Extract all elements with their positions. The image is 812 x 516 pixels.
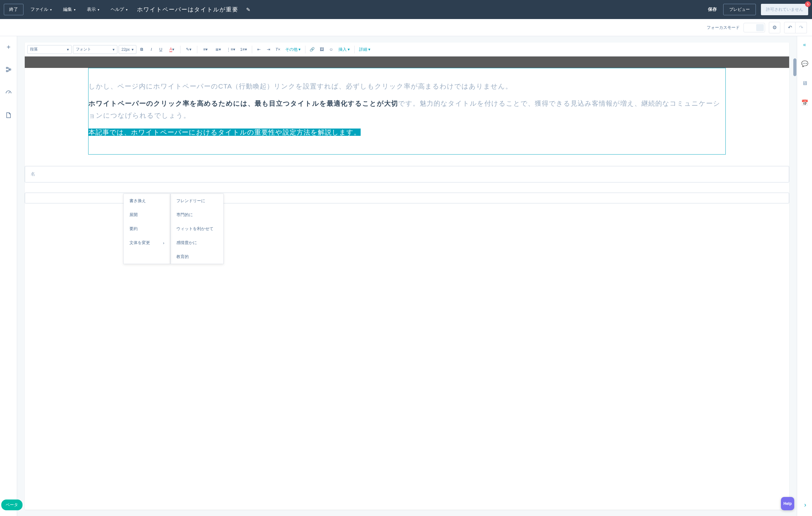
number-list-button[interactable]: 1≡▾ <box>238 45 249 54</box>
insert-button[interactable]: 挿入▾ <box>337 45 352 54</box>
top-bar: 終了 ファイル▾ 編集▾ 表示▾ ヘルプ▾ ホワイトペーパーはタイトルが重要 ✎… <box>0 0 812 19</box>
indent-button[interactable]: ⇥ <box>264 45 272 54</box>
paragraph-1[interactable]: しかし、ページ内にホワイトペーパーのCTA（行動喚起）リンクを設置すれば、必ずし… <box>88 80 725 92</box>
beta-badge[interactable]: ベータ <box>1 499 23 510</box>
expand-chevron[interactable]: › <box>804 501 806 508</box>
file-icon[interactable] <box>4 110 13 120</box>
image-button[interactable]: 🖼 <box>318 45 326 54</box>
gauge-icon[interactable] <box>4 88 13 97</box>
tree-icon[interactable] <box>4 65 13 74</box>
other-button[interactable]: その他▾ <box>283 45 302 54</box>
vertical-scrollbar[interactable] <box>793 36 797 516</box>
settings-button[interactable]: ⚙ <box>769 22 780 33</box>
ctx-summarize[interactable]: 要約 <box>124 222 170 236</box>
content-area[interactable]: しかし、ページ内にホワイトペーパーのCTA（行動喚起）リンクを設置すれば、必ずし… <box>25 68 789 155</box>
outdent-button[interactable]: ⇤ <box>255 45 263 54</box>
gear-icon: ⚙ <box>772 24 777 30</box>
undo-icon: ↶ <box>788 24 792 30</box>
highlight-button[interactable]: ✎▾ <box>183 45 195 54</box>
font-select[interactable]: フォント▾ <box>73 45 117 54</box>
clear-format-button[interactable]: T× <box>274 45 282 54</box>
ctx-change-style[interactable]: 文体を変更› <box>124 236 170 250</box>
text-color-button[interactable]: A ▾ <box>166 45 178 54</box>
pencil-icon[interactable]: ✎ <box>246 7 250 13</box>
focus-mode-label: フォーカスモード <box>707 25 740 30</box>
editor-toolbar: 段落▾ フォント▾ 22px▾ B I U A ▾ ✎▾ ≡▾ ≣▾ ⋮≡▾ 1… <box>25 43 789 56</box>
canvas-area: 段落▾ フォント▾ 22px▾ B I U A ▾ ✎▾ ≡▾ ≣▾ ⋮≡▾ 1… <box>17 36 797 516</box>
underline-button[interactable]: U <box>157 45 165 54</box>
size-select[interactable]: 22px▾ <box>119 45 136 54</box>
chevron-down-icon: ▾ <box>67 47 69 52</box>
ctx-rewrite[interactable]: 書き換え <box>124 194 170 208</box>
sub-bar: フォーカスモード ⚙ ↶ ↷ <box>0 19 812 36</box>
ctx-friendly[interactable]: フレンドリーに <box>171 194 223 208</box>
link-button[interactable]: 🔗 <box>308 45 316 54</box>
add-icon[interactable]: ＋ <box>4 42 13 51</box>
chevron-down-icon: ▾ <box>132 47 134 52</box>
name-input[interactable]: 名 <box>25 166 789 183</box>
ai-context-menu: 書き換え 展開 要約 文体を変更› フレンドリーに 専門的に ウィットを利かせて… <box>123 194 224 264</box>
comment-icon[interactable]: 💬 <box>801 60 808 67</box>
help-button[interactable]: Help <box>781 497 794 510</box>
exit-button[interactable]: 終了 <box>4 4 24 15</box>
details-button[interactable]: 詳細▾ <box>357 45 372 54</box>
undo-button[interactable]: ↶ <box>784 22 795 33</box>
paragraph-3-selected[interactable]: 本記事では、ホワイトペーパーにおけるタイトルの重要性や設定方法を解説します。 <box>88 126 725 138</box>
align-button[interactable]: ≡▾ <box>200 45 211 54</box>
notification-badge: 5 <box>805 1 811 7</box>
chevron-down-icon: ▾ <box>74 8 76 11</box>
italic-button[interactable]: I <box>147 45 155 54</box>
context-menu-col2: フレンドリーに 専門的に ウィットを利かせて 感情豊かに 教育的 <box>170 194 224 264</box>
paragraph-2[interactable]: ホワイトペーパーのクリック率を高めるためには、最も目立つタイトルを最適化すること… <box>88 98 725 121</box>
chevron-down-icon: ▾ <box>113 47 115 52</box>
ctx-emotional[interactable]: 感情豊かに <box>171 236 223 250</box>
focus-mode-toggle[interactable] <box>744 23 765 32</box>
emoji-button[interactable]: ☺ <box>327 45 335 54</box>
save-button[interactable]: 保存 <box>708 7 717 12</box>
chevron-right-icon: › <box>163 241 164 245</box>
header-band <box>25 56 789 68</box>
collapse-icon[interactable]: « <box>803 42 806 48</box>
monitor-icon[interactable]: 🖥 <box>802 80 808 87</box>
redo-button[interactable]: ↷ <box>795 22 807 33</box>
redo-icon: ↷ <box>799 24 803 30</box>
bold-button[interactable]: B <box>138 45 146 54</box>
line-height-button[interactable]: ≣▾ <box>212 45 224 54</box>
paragraph-select[interactable]: 段落▾ <box>27 45 72 54</box>
editor-panel: 段落▾ フォント▾ 22px▾ B I U A ▾ ✎▾ ≡▾ ≣▾ ⋮≡▾ 1… <box>25 43 789 510</box>
ctx-professional[interactable]: 専門的に <box>171 208 223 222</box>
main-layout: ＋ 段落▾ フォント▾ 22px▾ B I U A ▾ ✎▾ ≡▾ <box>0 36 812 516</box>
right-sidebar: « 💬 🖥 📅 <box>797 36 812 516</box>
left-sidebar: ＋ <box>0 36 17 516</box>
content-editable-region[interactable]: しかし、ページ内にホワイトペーパーのCTA（行動喚起）リンクを設置すれば、必ずし… <box>88 68 726 155</box>
preview-button[interactable]: プレビュー <box>723 4 756 15</box>
disabled-button: 許可されていません 5 <box>761 4 808 15</box>
chevron-down-icon: ▾ <box>50 8 52 11</box>
view-menu[interactable]: 表示▾ <box>83 4 104 15</box>
chevron-down-icon: ▾ <box>98 8 99 11</box>
chevron-down-icon: ▾ <box>126 8 127 11</box>
scroll-thumb[interactable] <box>793 58 796 76</box>
bullet-list-button[interactable]: ⋮≡▾ <box>225 45 237 54</box>
ctx-educational[interactable]: 教育的 <box>171 250 223 264</box>
edit-menu[interactable]: 編集▾ <box>59 4 80 15</box>
help-menu[interactable]: ヘルプ▾ <box>106 4 132 15</box>
file-menu[interactable]: ファイル▾ <box>26 4 56 15</box>
calendar-icon[interactable]: 📅 <box>801 99 808 106</box>
ctx-witty[interactable]: ウィットを利かせて <box>171 222 223 236</box>
context-menu-col1: 書き換え 展開 要約 文体を変更› <box>123 194 170 264</box>
ctx-expand[interactable]: 展開 <box>124 208 170 222</box>
page-title: ホワイトペーパーはタイトルが重要 <box>135 6 241 13</box>
